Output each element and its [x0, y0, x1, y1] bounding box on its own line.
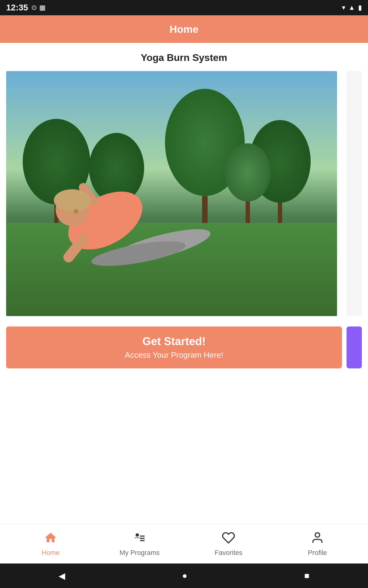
- system-nav: ◀ ● ■: [0, 564, 368, 588]
- get-started-button[interactable]: Get Started! Access Your Program Here!: [6, 326, 342, 368]
- hero-image[interactable]: [6, 71, 337, 316]
- profile-nav-label: Profile: [308, 549, 327, 557]
- nav-item-home[interactable]: Home: [31, 531, 71, 557]
- home-nav-label: Home: [42, 549, 60, 557]
- yoga-scene: [6, 71, 337, 316]
- status-time: 12:35: [6, 3, 28, 13]
- battery-icon: ▮: [358, 4, 362, 12]
- status-bar: 12:35 ⊙ ▦ ▾ ▲ ▮: [0, 0, 368, 15]
- get-started-subtitle: Access Your Program Here!: [125, 350, 223, 360]
- main-content: Yoga Burn System: [0, 43, 368, 317]
- nav-item-profile[interactable]: Profile: [297, 531, 337, 557]
- notification-icon: ▦: [39, 4, 46, 12]
- wifi-icon: ▾: [342, 4, 345, 12]
- cta-container: Get Started! Access Your Program Here!: [0, 317, 368, 368]
- programs-nav-label: My Programs: [120, 549, 160, 557]
- hero-container: [6, 71, 362, 317]
- status-bar-left: 12:35 ⊙ ▦: [6, 3, 46, 13]
- secondary-cta-button[interactable]: [347, 326, 362, 368]
- bottom-nav: Home My Programs Favorites: [0, 524, 368, 564]
- clock-icon: ⊙: [31, 4, 37, 12]
- yoga-person-svg: [6, 132, 271, 279]
- nav-item-favorites[interactable]: Favorites: [209, 531, 248, 557]
- nav-item-programs[interactable]: My Programs: [120, 531, 160, 557]
- svg-point-8: [136, 533, 139, 537]
- home-icon: [44, 531, 57, 546]
- signal-icon: ▲: [348, 4, 355, 12]
- status-icons-left: ⊙ ▦: [31, 4, 46, 12]
- page-title: Home: [170, 23, 198, 35]
- status-bar-right: ▾ ▲ ▮: [342, 4, 362, 12]
- home-button[interactable]: ●: [182, 571, 187, 581]
- back-button[interactable]: ◀: [59, 571, 65, 581]
- get-started-title: Get Started!: [142, 335, 205, 348]
- svg-point-7: [74, 209, 78, 213]
- favorites-nav-label: Favorites: [215, 549, 242, 557]
- content-spacer: [0, 368, 368, 454]
- top-nav-bar: Home: [0, 15, 368, 43]
- next-card-peek: [347, 71, 362, 316]
- svg-line-3: [69, 239, 83, 257]
- favorites-icon: [222, 531, 235, 546]
- profile-icon: [311, 531, 324, 546]
- svg-point-12: [315, 533, 320, 537]
- section-title: Yoga Burn System: [6, 52, 362, 63]
- recent-button[interactable]: ■: [304, 571, 309, 581]
- svg-point-6: [54, 189, 91, 211]
- programs-icon: [133, 531, 146, 546]
